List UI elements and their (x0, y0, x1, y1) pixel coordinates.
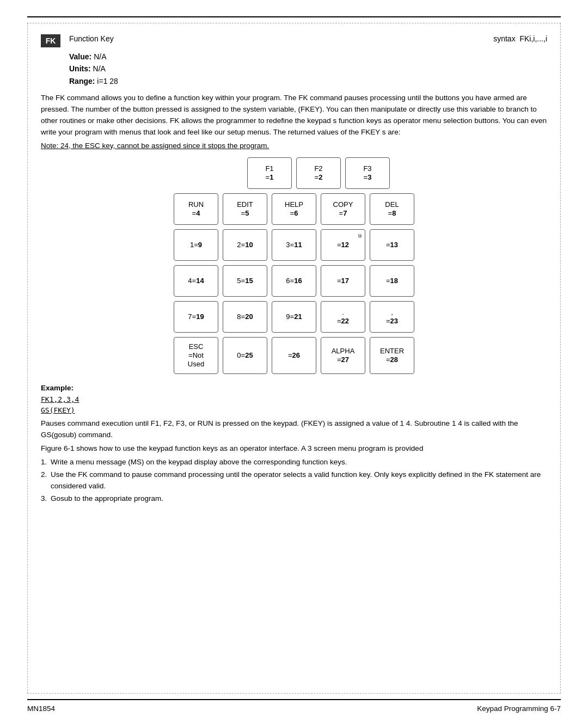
key-alpha-27-value: =27 (337, 356, 349, 364)
key-enter-28-label: ENTER (380, 347, 404, 356)
key-help: HELP =6 (272, 193, 316, 225)
key-7-19: 7=19 (174, 301, 218, 333)
top-rule (27, 16, 561, 17)
list-item-1: 1. Write a menu message (MS) on the keyp… (41, 457, 547, 468)
key-esc-value: =Not (188, 351, 204, 360)
note-line: Note: 24, the ESC key, cannot be assigne… (41, 142, 547, 150)
key-18: =18 (370, 265, 414, 297)
page: FK Function Key syntax FKi,i,...,i Value… (0, 0, 588, 717)
units-line: Units: N/A (69, 63, 547, 75)
key-u-12-small: u (358, 232, 362, 238)
key-help-label: HELP (285, 200, 303, 209)
list-item-2: 2. Use the FK command to pause command p… (41, 469, 547, 492)
units-label: Units: (69, 64, 91, 73)
key-0-25: 0=25 (223, 337, 267, 374)
example-text-1: Pauses command execution until F1, F2, F… (41, 418, 547, 441)
fk-syntax: syntax FKi,i,...,i (493, 34, 547, 43)
key-7-19-label: 7=19 (188, 312, 204, 321)
example-header: Example: (41, 383, 547, 394)
key-run-value: =4 (192, 209, 200, 218)
key-edit: EDIT =5 (223, 193, 267, 225)
fk-header: FK Function Key syntax FKi,i,...,i (41, 34, 547, 47)
key-comma-23: , =23 (370, 301, 414, 333)
list-item-3: 3. Gosub to the appropriate program. (41, 493, 547, 505)
key-run-label: RUN (188, 200, 204, 209)
key-26-label: =26 (288, 351, 300, 360)
example-section: Example: FK1,2,3,4 GS(FKEY) Pauses comma… (41, 383, 547, 505)
key-9-21: 9=21 (272, 301, 316, 333)
key-edit-value: =5 (241, 209, 249, 218)
value-value: N/A (94, 52, 106, 61)
key-17-label: =17 (337, 277, 349, 285)
key-13-label: =13 (386, 241, 398, 249)
content-area: FK Function Key syntax FKi,i,...,i Value… (27, 23, 561, 694)
key-f2: F2 =2 (296, 157, 341, 189)
key-esc-label: ESC (189, 342, 204, 351)
fk-title: Function Key (69, 34, 493, 43)
key-9-21-label: 9=21 (286, 312, 302, 321)
key-help-value: =6 (290, 209, 298, 218)
key-8-20-label: 8=20 (237, 312, 253, 321)
syntax-label: syntax (493, 34, 515, 43)
key-copy-value: =7 (339, 209, 347, 218)
description-text: The FK command allows you to define a fu… (41, 93, 547, 138)
key-comma-23-value: =23 (386, 317, 398, 326)
example-text-2: Figure 6-1 shows how to use the keypad f… (41, 443, 547, 455)
key-2-10: 2=10 (223, 229, 267, 261)
example-code-2: GS(FKEY) (41, 405, 547, 416)
key-f3: F3 =3 (345, 157, 390, 189)
key-3-11-label: 3=11 (286, 241, 302, 249)
key-f2-label: F2 (314, 164, 322, 173)
key-del-label: DEL (385, 200, 399, 209)
key-esc-used: Used (188, 360, 204, 369)
key-copy-label: COPY (333, 200, 353, 209)
footer: MN1854 Keypad Programming 6-7 (27, 699, 561, 717)
key-f1-label: F1 (265, 164, 273, 173)
key-dot-22-value: =22 (337, 317, 349, 326)
keypad-container: F1 =1 F2 =2 F3 =3 RUN (41, 157, 547, 374)
key-alpha-27: ALPHA =27 (321, 337, 365, 374)
key-dot-22: . =22 (321, 301, 365, 333)
example-code-1: FK1,2,3,4 (41, 394, 547, 405)
value-label: Value: (69, 52, 91, 61)
units-value: N/A (93, 64, 106, 73)
key-del-value: =8 (388, 209, 396, 218)
key-u-12: u =12 (321, 229, 365, 261)
key-8-20: 8=20 (223, 301, 267, 333)
footer-right: Keypad Programming 6-7 (477, 704, 561, 713)
key-u-12-label: =12 (337, 241, 349, 249)
key-18-label: =18 (386, 277, 398, 285)
list-item-2-text: Use the FK command to pause command proc… (51, 470, 541, 490)
key-5-15: 5=15 (223, 265, 267, 297)
example-label: Example: (41, 384, 74, 392)
keypad-row-6: ESC =Not Used 0=25 =26 ALPHA =27 (174, 337, 414, 374)
key-13: =13 (370, 229, 414, 261)
key-17: =17 (321, 265, 365, 297)
key-0-25-label: 0=25 (237, 351, 253, 360)
footer-left: MN1854 (27, 704, 55, 713)
list-item-1-text: Write a menu message (MS) on the keypad … (51, 458, 347, 466)
key-enter-28-value: =28 (386, 356, 398, 364)
key-2-10-label: 2=10 (237, 241, 253, 249)
keypad-row-3: 1=9 2=10 3=11 u =12 =13 (174, 229, 414, 261)
key-edit-label: EDIT (237, 200, 253, 209)
numbered-list: 1. Write a menu message (MS) on the keyp… (41, 457, 547, 505)
key-f3-value: =3 (364, 173, 372, 182)
key-del: DEL =8 (370, 193, 414, 225)
key-5-15-label: 5=15 (237, 277, 253, 285)
key-1-9: 1=9 (174, 229, 218, 261)
fk-badge: FK (41, 34, 60, 47)
fk-meta: Value: N/A Units: N/A Range: i=1 28 (69, 51, 547, 87)
key-26: =26 (272, 337, 316, 374)
value-line: Value: N/A (69, 51, 547, 63)
key-f2-value: =2 (315, 173, 323, 182)
list-item-3-text: Gosub to the appropriate program. (51, 494, 163, 502)
syntax-value: FKi,i,...,i (519, 34, 547, 43)
keypad-row-2: RUN =4 EDIT =5 HELP =6 COPY =7 (174, 193, 414, 225)
key-4-14: 4=14 (174, 265, 218, 297)
key-f3-label: F3 (363, 164, 371, 173)
keypad: F1 =1 F2 =2 F3 =3 RUN (174, 157, 414, 374)
key-3-11: 3=11 (272, 229, 316, 261)
key-alpha-27-label: ALPHA (332, 347, 355, 356)
range-line: Range: i=1 28 (69, 75, 547, 87)
